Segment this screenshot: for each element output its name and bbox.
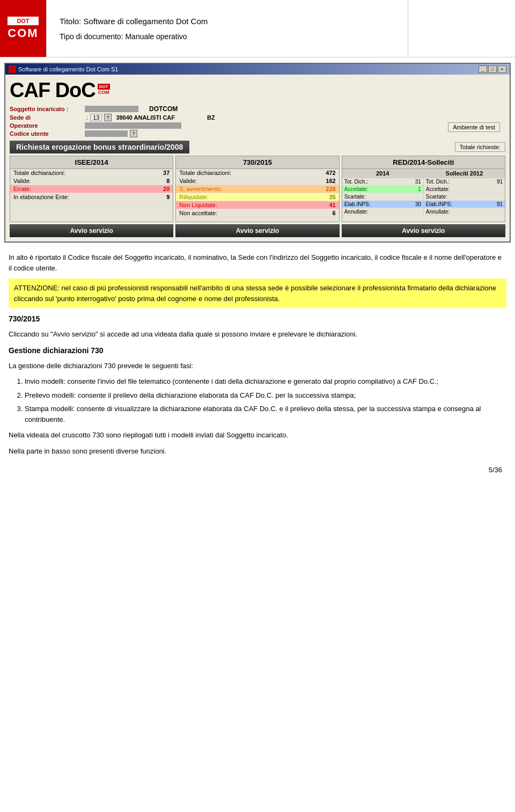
col730-savv-row: S. avvertimento: 228 [176,185,339,193]
header-title-sub: Tipo di documento: Manuale operativo [60,32,395,41]
caf-logo: CAF DoC [10,79,95,102]
window-controls[interactable]: _ □ × [479,65,506,73]
red-elab-label: Elab.INPS: [344,201,371,207]
red2-accettate-row: Accettate: [424,186,505,193]
red-sub-cols: 2014 Tot. Dich.: 31 Accettate: 1 Scartat… [342,169,505,216]
sede-num: 13 [90,114,102,121]
logo-box: DOT COM [0,0,46,57]
para3: Nella videata del cruscotto 730 sono rie… [9,430,506,441]
richiesta-title: Richiesta erogazione bonus straordinario… [10,141,189,153]
isee-elab-label: In elaborazione Ente: [13,194,69,200]
list-item-3: Stampa modelli: consente di visualizzare… [25,404,506,425]
red2-elab-row: Elab.INPS: 91 [424,201,505,208]
red-accettate-row: Accettate: 1 [342,186,423,193]
maximize-button[interactable]: □ [488,65,497,73]
red-ann-row: Annullate: [342,208,423,216]
ambiente-badge: Ambiente di test [448,122,500,132]
avvio-red-button[interactable]: Avvio servizio [342,224,505,237]
list-item-2-text: Prelievo modelli: consente il prelievo d… [25,391,356,399]
sede-question-button[interactable]: ? [104,114,112,121]
red-totdich-val: 31 [415,179,421,185]
avvio-row: Avvio servizio Avvio servizio Avvio serv… [10,224,505,237]
op-left: Operatore Codice utente ? [10,122,181,138]
red2-totdich-label: Tot. Dich.: [426,179,450,185]
col730-totale-val: 472 [326,170,335,176]
avvio-isee-button[interactable]: Avvio servizio [10,224,173,237]
col730-spacer [176,217,339,222]
red-scartate-label: Scartate: [344,194,366,200]
para2: Cliccando su "Avvio servizio" si accede … [9,329,506,340]
col730-savv-label: S. avvertimento: [179,186,222,192]
isee-elab-row: In elaborazione Ente: 9 [10,193,173,201]
page-number: 5/36 [489,466,502,474]
col-red: RED/2014-Solleciti 2014 Tot. Dich.: 31 A… [342,156,505,222]
para4: Nella parte in basso sono presenti diver… [9,446,506,457]
col730-riliq-label: Riliquidate: [179,194,208,200]
col-730: 730/2015 Totale dichiarazioni: 472 Valid… [175,156,339,222]
header-right [408,0,515,57]
window-titlebar: Software di collegamento Dot Com S1 _ □ … [5,64,510,75]
header: DOT COM Titolo: Software di collegamento… [0,0,515,57]
avvio-730-button[interactable]: Avvio servizio [175,224,339,237]
red-totdich-row: Tot. Dich.: 31 [342,178,423,186]
codice-label: Codice utente [10,130,85,137]
sede-label: Sede di [10,114,85,121]
isee-valide-row: Valide: 8 [10,177,173,185]
red2-scartate-row: Scartate: [424,193,505,201]
red2-totdich-row: Tot. Dich.: 91 [424,178,505,186]
codice-question-button[interactable]: ? [130,130,137,137]
col730-riliq-val: 35 [329,194,335,200]
caf-com-inner: COM [98,90,109,95]
col-730-header: 730/2015 [176,156,339,169]
red2-ann-label: Annullate: [426,209,450,215]
dotcom-label: DOTCOM [149,105,178,113]
red-sub-col-solleciti: Solleciti 2012 Tot. Dich.: 91 Accettate:… [424,169,505,216]
richiesta-header: Richiesta erogazione bonus straordinario… [10,141,505,153]
col730-nonacc-val: 6 [333,210,336,216]
sede-region: BZ [207,114,215,121]
soggetto-value-blurred [85,106,138,112]
logo-dot-text: DOT [8,17,39,25]
header-titles: Titolo: Software di collegamento Dot Com… [46,0,408,57]
close-button[interactable]: × [498,65,506,73]
isee-errate-label: Errate: [13,186,31,192]
list-item-1-text: Invio modelli: consente l'invio del file… [25,377,438,385]
gestione-intro: La gestione delle dichiarazioni 730 prev… [9,361,506,371]
col730-valide-val: 162 [326,178,335,184]
col730-totale-row: Totale dichiarazioni: 472 [176,169,339,177]
isee-elab-val: 9 [166,194,170,200]
page-footer: 5/36 [0,466,515,482]
red-totdich-label: Tot. Dich.: [344,179,368,185]
red2-totdich-val: 91 [497,179,503,185]
window-body: CAF DoC DOT COM Soggetto incaricato : DO… [5,75,510,242]
ambiente-box: Ambiente di test [448,122,505,132]
codice-value [85,130,128,137]
col730-nonacc-label: Non accettate: [179,210,217,216]
sede-address: 39040 ANALISTI CAF [116,114,175,121]
isee-totale-label: Totale dichiarazioni: [13,170,65,176]
red-scartate-row: Scartate: [342,193,423,201]
header-title-main: Titolo: Software di collegamento Dot Com [60,17,395,26]
red2-scartate-label: Scartate: [426,194,447,200]
red-sub-col-2014: 2014 Tot. Dich.: 31 Accettate: 1 Scartat… [342,169,424,216]
operatore-label: Operatore [10,122,85,129]
isee-valide-label: Valide: [13,178,31,184]
red2-ann-row: Annullate: [424,208,505,216]
text-content: In alto è riportato il Codice fiscale de… [0,248,515,466]
red2-accettate-label: Accettate: [426,186,450,192]
isee-totale-val: 37 [163,170,170,176]
section-title-730: 730/2015 [9,313,506,325]
logo-com-text: COM [8,26,38,40]
col730-nonliq-label: Non Liquidate: [179,202,217,208]
window-icon [9,65,16,73]
isee-errate-row: Errate: 20 [10,185,173,193]
red-sub-header-2014: 2014 [342,169,423,178]
three-columns: ISEE/2014 Totale dichiarazioni: 37 Valid… [10,156,505,222]
isee-spacer2 [10,208,173,214]
operatore-row: Operatore [10,122,181,129]
operatore-value [85,122,181,129]
minimize-button[interactable]: _ [479,65,487,73]
op-row: Operatore Codice utente ? Ambiente di te… [10,122,505,138]
attention-text: ATTENZIONE: nel caso di più professionis… [14,284,496,303]
red-elab-row: Elab.INPS: 30 [342,201,423,208]
